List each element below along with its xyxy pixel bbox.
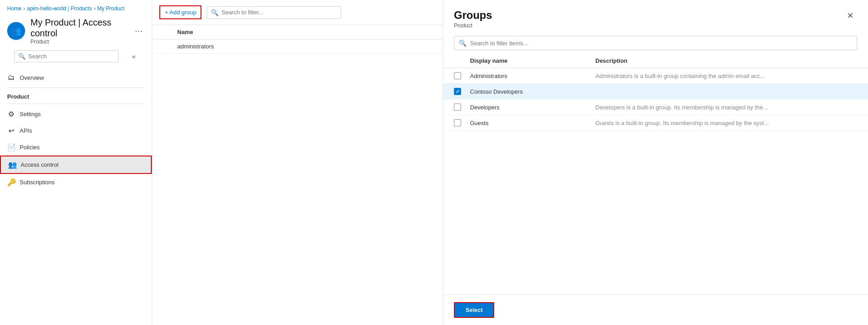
groups-footer: Select [443,295,868,325]
filter-search-icon: 🔍 [211,9,218,16]
checkbox-developers[interactable] [454,104,461,111]
settings-icon: ⚙ [7,110,15,118]
groups-search-input[interactable] [470,40,852,47]
groups-display-name-administrators: Administrators [470,73,595,79]
groups-title: Groups [454,9,492,22]
breadcrumb-product-parent[interactable]: apim-hello-world | Products [27,5,92,12]
apis-icon: ↩ [7,126,15,135]
breadcrumb-home[interactable]: Home [7,5,21,12]
breadcrumb-current[interactable]: My Product [97,5,124,12]
overview-icon: 🗂 [7,74,15,82]
groups-display-name-guests: Guests [470,120,595,126]
search-icon: 🔍 [18,53,26,60]
nav-divider-2 [7,104,145,104]
sidebar-item-overview[interactable]: 🗂 Overview [0,69,152,86]
groups-description-administrators: Administrators is a built-in group conta… [595,73,857,79]
page-title: My Product | Access control [30,17,128,39]
groups-panel: Groups Product ✕ 🔍 Display name Descript… [443,0,868,325]
groups-col-description: Description [595,57,857,64]
groups-description-developers: Developers is a built-in group. Its memb… [595,104,857,111]
checkbox-contoso-developers[interactable] [454,88,461,95]
groups-search-icon: 🔍 [459,39,466,47]
groups-row-guests[interactable]: Guests Guests is a built-in group. Its m… [443,115,868,131]
avatar: 👥 [7,22,25,40]
groups-row-contoso-developers[interactable]: Contoso Developers [443,84,868,100]
sidebar-search-input[interactable] [28,53,115,60]
row-name-administrators: administrators [177,43,436,50]
groups-panel-header: Groups Product ✕ [443,0,868,32]
checkbox-guests[interactable] [454,119,461,126]
groups-description-guests: Guests is a built-in group. Its membersh… [595,120,857,126]
sidebar-item-label-policies: Policies [20,144,40,151]
add-group-button[interactable]: + Add group [159,5,201,19]
subscriptions-icon: 🔑 [7,178,15,186]
sidebar-item-policies[interactable]: 📄 Policies [0,139,152,156]
close-button[interactable]: ✕ [843,9,857,22]
groups-subtitle: Product [454,22,492,29]
access-control-icon: 👥 [8,160,16,169]
sidebar-item-label-apis: APIs [20,127,32,134]
groups-search-box: 🔍 [454,36,857,50]
groups-row-administrators[interactable]: Administrators Administrators is a built… [443,68,868,84]
nav-divider [7,87,145,88]
more-options-button[interactable]: ⋯ [133,24,145,38]
content-table: Name administrators [152,25,443,325]
groups-row-developers[interactable]: Developers Developers is a built-in grou… [443,100,868,115]
table-header: Name [152,25,443,39]
breadcrumb: Home › apim-hello-world | Products › My … [0,0,152,13]
groups-table-header: Display name Description [443,54,868,68]
sidebar-item-label-overview: Overview [20,74,44,81]
sidebar: Home › apim-hello-world | Products › My … [0,0,152,325]
checkbox-administrators[interactable] [454,72,461,79]
select-button[interactable]: Select [454,302,494,318]
groups-col-display-name: Display name [470,57,595,64]
sidebar-search-box: 🔍 [14,50,119,62]
sidebar-item-label-settings: Settings [20,111,41,117]
sidebar-item-settings[interactable]: ⚙ Settings [0,106,152,122]
sidebar-item-access-control[interactable]: 👥 Access control [0,156,152,174]
policies-icon: 📄 [7,143,15,152]
filter-search-box: 🔍 [207,6,341,19]
main-content: + Add group 🔍 Name administrators [152,0,443,325]
collapse-button[interactable]: « [129,52,138,61]
filter-search-input[interactable] [221,9,337,16]
page-subtitle: Product [30,39,128,45]
sidebar-item-apis[interactable]: ↩ APIs [0,122,152,139]
page-header: 👥 My Product | Access control Product ⋯ [0,13,152,47]
action-bar: + Add group 🔍 [152,0,443,25]
groups-display-name-contoso-developers: Contoso Developers [470,88,595,95]
sidebar-item-subscriptions[interactable]: 🔑 Subscriptions [0,174,152,191]
sidebar-item-label-access-control: Access control [21,161,59,168]
nav-section-product: Product [0,90,152,102]
table-row[interactable]: administrators [152,39,443,54]
sidebar-item-label-subscriptions: Subscriptions [20,179,55,186]
groups-display-name-developers: Developers [470,104,595,111]
column-name: Name [177,29,436,35]
